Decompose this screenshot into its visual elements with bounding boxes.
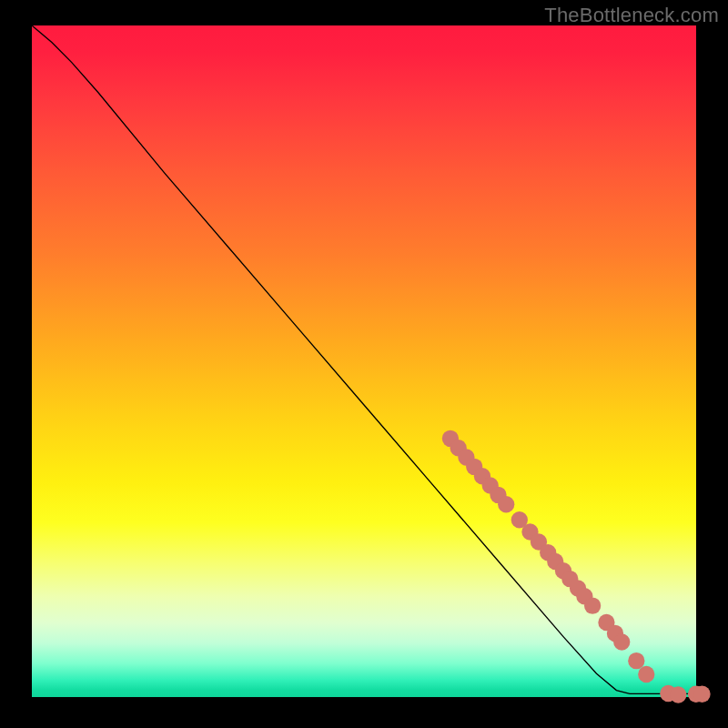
data-marker xyxy=(498,496,514,512)
data-marker xyxy=(693,685,710,702)
bottleneck-curve xyxy=(32,25,696,693)
data-marker xyxy=(638,666,654,682)
chart-area xyxy=(32,25,696,697)
data-marker xyxy=(584,597,601,613)
data-marker xyxy=(613,633,630,650)
chart-svg xyxy=(32,25,696,697)
data-marker xyxy=(628,652,644,669)
data-marker xyxy=(670,686,686,703)
data-markers xyxy=(442,430,711,703)
watermark-text: TheBottleneck.com xyxy=(544,4,719,27)
